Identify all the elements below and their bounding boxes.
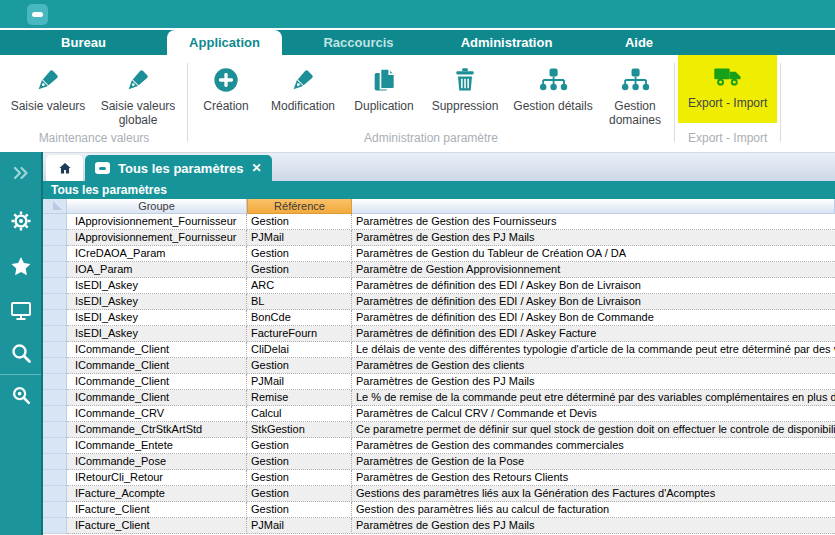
modification-button[interactable]: Modification	[261, 55, 345, 113]
search-icon[interactable]	[0, 338, 41, 368]
column-header-groupe[interactable]: Groupe	[67, 199, 247, 214]
search-advanced-icon[interactable]	[0, 381, 41, 409]
ribbon-group-label: Export - Import	[678, 131, 777, 152]
cell-reference: Gestion	[247, 454, 352, 470]
saisie-valeurs-globale-button[interactable]: Saisie valeurs globale	[92, 55, 184, 128]
table-row[interactable]: IsEDI_AskeyBLParamètres de définition de…	[43, 294, 835, 310]
row-selector-cell[interactable]	[43, 486, 67, 502]
table-row[interactable]: IFacture_AcompteGestionGestions des para…	[43, 486, 835, 502]
cell-groupe: IsEDI_Askey	[67, 326, 247, 342]
suppression-button[interactable]: Suppression	[423, 55, 507, 113]
cell-reference: PJMail	[247, 518, 352, 534]
table-row[interactable]: IApprovisionnement_FournisseurGestionPar…	[43, 214, 835, 230]
cell-description: Paramètre de Gestion Approvisionnement	[352, 262, 835, 278]
cell-groupe: IRetourCli_Retour	[67, 470, 247, 486]
ribbon-group-administration-parametre: Création Modification Duplication Suppre…	[191, 55, 671, 152]
table-row[interactable]: IApprovisionnement_FournisseurPJMailPara…	[43, 230, 835, 246]
cell-reference: StkGestion	[247, 422, 352, 438]
gestion-domaines-button[interactable]: Gestion domaines	[599, 55, 671, 128]
home-tab[interactable]	[46, 155, 83, 181]
cell-description: Paramètres de Gestion des Fournisseurs	[352, 214, 835, 230]
tab-application[interactable]: Application	[167, 30, 282, 55]
ribbon-group-maintenance-valeurs: Saisie valeurs Saisie valeurs globale Ma…	[4, 55, 184, 152]
duplication-button[interactable]: Duplication	[345, 55, 423, 113]
ribbon: Saisie valeurs Saisie valeurs globale Ma…	[0, 55, 835, 152]
table-row[interactable]: ICommande_ClientRemiseLe % de remise de …	[43, 390, 835, 406]
cell-reference: Gestion	[247, 470, 352, 486]
row-selector-cell[interactable]	[43, 358, 67, 374]
cell-reference: Gestion	[247, 502, 352, 518]
table-row[interactable]: IRetourCli_RetourGestionParamètres de Ge…	[43, 470, 835, 486]
monitor-icon[interactable]	[0, 296, 41, 326]
table-row[interactable]: ICommande_ClientPJMailParamètres de Gest…	[43, 374, 835, 390]
document-tab-strip: Tous les paramètres ✕	[43, 152, 835, 181]
row-selector-cell[interactable]	[43, 310, 67, 326]
table-row[interactable]: IsEDI_AskeyBonCdeParamètres de définitio…	[43, 310, 835, 326]
table-row[interactable]: ICommande_CtrStkArtStdStkGestionCe param…	[43, 422, 835, 438]
cell-reference: Remise	[247, 390, 352, 406]
row-selector-cell[interactable]	[43, 422, 67, 438]
parameters-table: Groupe Référence IApprovisionnement_Four…	[43, 199, 835, 535]
cell-reference: Gestion	[247, 262, 352, 278]
cell-groupe: IsEDI_Askey	[67, 278, 247, 294]
cell-reference: Gestion	[247, 214, 352, 230]
row-selector-cell[interactable]	[43, 390, 67, 406]
saisie-valeurs-button[interactable]: Saisie valeurs	[4, 55, 92, 113]
table-row[interactable]: IFacture_ClientGestionGestion des paramè…	[43, 502, 835, 518]
ribbon-group-label: Maintenance valeurs	[4, 131, 184, 152]
tab-raccourcis[interactable]: Raccourcis	[282, 30, 435, 55]
pen-icon	[34, 64, 62, 96]
ribbon-separator	[674, 63, 675, 142]
collapse-chevrons-icon[interactable]	[0, 158, 41, 188]
row-selector-cell[interactable]	[43, 262, 67, 278]
row-selector-cell[interactable]	[43, 470, 67, 486]
column-header-description[interactable]	[352, 199, 835, 214]
table-row[interactable]: IFacture_ClientPJMailParamètres de Gesti…	[43, 518, 835, 534]
cell-description: Paramètres de définition des EDI / Askey…	[352, 326, 835, 342]
row-selector-cell[interactable]	[43, 454, 67, 470]
row-selector-cell[interactable]	[43, 438, 67, 454]
home-icon	[57, 161, 73, 176]
row-selector-cell[interactable]	[43, 406, 67, 422]
export-import-button[interactable]: Export - Import	[678, 55, 777, 123]
cell-description: Paramètres de Gestion du Tableur de Créa…	[352, 246, 835, 262]
gestion-details-button[interactable]: Gestion détails	[507, 55, 599, 113]
column-header-reference[interactable]: Référence	[247, 199, 352, 214]
favorites-star-icon[interactable]	[0, 252, 41, 282]
row-selector-cell[interactable]	[43, 246, 67, 262]
row-selector-cell[interactable]	[43, 278, 67, 294]
table-row[interactable]: ICommande_ClientCliDelaiLe délais de ven…	[43, 342, 835, 358]
settings-gear-icon[interactable]	[0, 206, 41, 236]
window-dash-icon	[95, 162, 110, 174]
document-tab-tous-les-parametres[interactable]: Tous les paramètres ✕	[85, 155, 272, 181]
close-icon[interactable]: ✕	[251, 161, 261, 175]
cell-reference: Gestion	[247, 486, 352, 502]
cell-reference: BonCde	[247, 310, 352, 326]
table-row[interactable]: ICommande_PoseGestionParamètres de Gesti…	[43, 454, 835, 470]
row-selector-cell[interactable]	[43, 502, 67, 518]
row-selector-cell[interactable]	[43, 230, 67, 246]
row-selector-cell[interactable]	[43, 214, 67, 230]
row-selector-cell[interactable]	[43, 374, 67, 390]
table-row[interactable]: IOA_ParamGestionParamètre de Gestion App…	[43, 262, 835, 278]
cell-description: Le délais de vente des différentes typol…	[352, 342, 835, 358]
select-all-corner[interactable]	[43, 199, 67, 214]
tab-bureau[interactable]: Bureau	[0, 30, 167, 55]
ribbon-group-export-import: Export - Import Export - Import	[678, 55, 777, 152]
row-selector-cell[interactable]	[43, 326, 67, 342]
row-selector-cell[interactable]	[43, 342, 67, 358]
cell-groupe: ICommande_Client	[67, 342, 247, 358]
row-selector-cell[interactable]	[43, 294, 67, 310]
truck-icon	[712, 61, 744, 93]
table-row[interactable]: ICommande_CRVCalculParamètres de Calcul …	[43, 406, 835, 422]
row-selector-cell[interactable]	[43, 518, 67, 534]
table-row[interactable]: IsEDI_AskeyFactureFournParamètres de déf…	[43, 326, 835, 342]
creation-button[interactable]: Création	[191, 55, 261, 113]
tab-administration[interactable]: Administration	[435, 30, 578, 55]
table-row[interactable]: IsEDI_AskeyARCParamètres de définition d…	[43, 278, 835, 294]
tab-aide[interactable]: Aide	[578, 30, 700, 55]
table-row[interactable]: ICommande_ClientGestionParamètres de Ges…	[43, 358, 835, 374]
table-row[interactable]: ICreDAOA_ParamGestionParamètres de Gesti…	[43, 246, 835, 262]
title-bar	[0, 0, 835, 30]
table-row[interactable]: ICommande_EnteteGestionParamètres de Ges…	[43, 438, 835, 454]
